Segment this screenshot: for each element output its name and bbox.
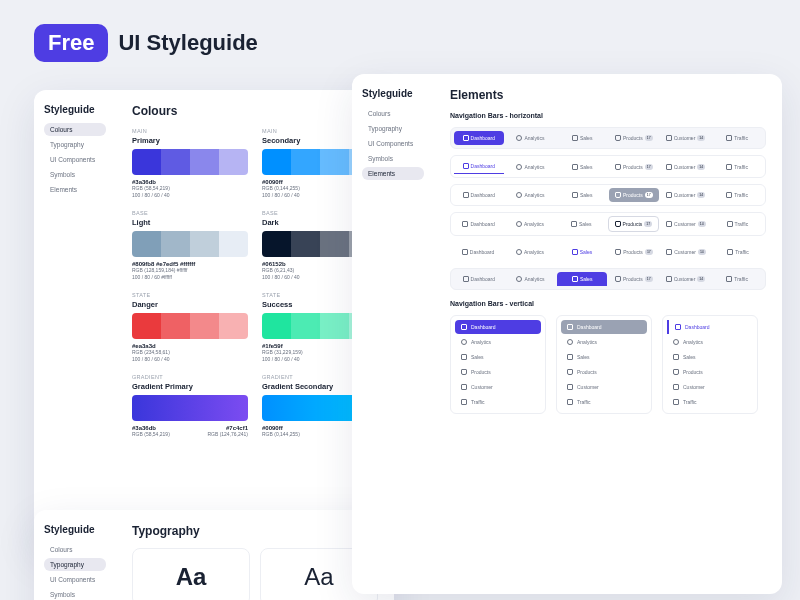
- nav-item-products[interactable]: Products17: [609, 188, 659, 202]
- vnav-item-traffic[interactable]: Traffic: [455, 395, 541, 409]
- sidebar-item-symbols[interactable]: Symbols: [44, 168, 106, 181]
- sidebar-item-symbols[interactable]: Symbols: [44, 588, 106, 600]
- nav-item-analytics[interactable]: Analytics: [506, 159, 556, 174]
- nav-icon: [567, 324, 573, 330]
- sidebar-item-symbols[interactable]: Symbols: [362, 152, 424, 165]
- nav-item-customer[interactable]: Customer14: [661, 159, 711, 174]
- vnav-item-sales[interactable]: Sales: [667, 350, 753, 364]
- nav-icon: [726, 276, 732, 282]
- sidebar-item-colours[interactable]: Colours: [362, 107, 424, 120]
- vnav-item-analytics[interactable]: Analytics: [561, 335, 647, 349]
- nav-item-products[interactable]: Products17: [609, 245, 659, 259]
- nav-item-traffic[interactable]: Traffic: [713, 216, 762, 232]
- vnav-item-products[interactable]: Products: [667, 365, 753, 379]
- vnav-item-dashboard[interactable]: Dashboard: [455, 320, 541, 334]
- sidebar: Styleguide ColoursTypographyUI Component…: [34, 510, 116, 600]
- nav-label: Dashboard: [471, 163, 495, 169]
- nav-item-customer[interactable]: Customer14: [661, 131, 711, 145]
- nav-item-products[interactable]: Products17: [609, 272, 659, 286]
- nav-item-traffic[interactable]: Traffic: [712, 272, 762, 286]
- nav-item-products[interactable]: Products17: [609, 131, 659, 145]
- sidebar-item-typography[interactable]: Typography: [44, 558, 106, 571]
- nav-item-dashboard[interactable]: Dashboard: [454, 188, 504, 202]
- nav-item-dashboard[interactable]: Dashboard: [454, 131, 504, 145]
- nav-icon: [461, 339, 467, 345]
- nav-label: Customer: [674, 276, 696, 282]
- nav-label: Dashboard: [685, 324, 709, 330]
- vnav-item-analytics[interactable]: Analytics: [455, 335, 541, 349]
- nav-item-sales[interactable]: Sales: [557, 131, 607, 145]
- nav-icon: [727, 249, 733, 255]
- nav-item-analytics[interactable]: Analytics: [506, 131, 556, 145]
- sidebar-item-colours[interactable]: Colours: [44, 543, 106, 556]
- vnav-item-sales[interactable]: Sales: [455, 350, 541, 364]
- vnav-item-products[interactable]: Products: [455, 365, 541, 379]
- nav-item-sales[interactable]: Sales: [557, 272, 607, 286]
- nav-item-products[interactable]: Products17: [609, 159, 659, 174]
- nav-item-dashboard[interactable]: Dashboard: [454, 159, 504, 174]
- nav-label: Products: [623, 164, 643, 170]
- nav-item-analytics[interactable]: Analytics: [506, 188, 556, 202]
- sidebar-item-ui-components[interactable]: UI Components: [44, 573, 106, 586]
- nav-item-traffic[interactable]: Traffic: [712, 159, 762, 174]
- sidebar-item-elements[interactable]: Elements: [44, 183, 106, 196]
- vnav-item-sales[interactable]: Sales: [561, 350, 647, 364]
- nav-icon: [673, 339, 679, 345]
- vnav-item-products[interactable]: Products: [561, 365, 647, 379]
- sidebar-item-typography[interactable]: Typography: [44, 138, 106, 151]
- nav-label: Traffic: [734, 135, 748, 141]
- nav-item-sales[interactable]: Sales: [557, 159, 607, 174]
- nav-label: Sales: [577, 354, 590, 360]
- sidebar-item-colours[interactable]: Colours: [44, 123, 106, 136]
- sidebar-item-typography[interactable]: Typography: [362, 122, 424, 135]
- nav-item-traffic[interactable]: Traffic: [712, 131, 762, 145]
- nav-icon: [571, 221, 577, 227]
- nav-item-traffic[interactable]: Traffic: [713, 245, 763, 259]
- vnav-item-customer[interactable]: Customer: [561, 380, 647, 394]
- nav-icon: [615, 249, 621, 255]
- nav-icon: [727, 221, 733, 227]
- vnav-item-dashboard[interactable]: Dashboard: [667, 320, 753, 334]
- color-primary: MAIN Primary #3a36db RGB (58,54,219) 100…: [132, 128, 248, 198]
- nav-item-customer[interactable]: Customer14: [661, 216, 711, 232]
- type-specimen: Aa: [132, 548, 250, 600]
- vnav-item-traffic[interactable]: Traffic: [667, 395, 753, 409]
- nav-label: Products: [623, 276, 643, 282]
- nav-item-sales[interactable]: Sales: [557, 245, 607, 259]
- vnav-item-traffic[interactable]: Traffic: [561, 395, 647, 409]
- vnav-item-customer[interactable]: Customer: [455, 380, 541, 394]
- nav-label: Dashboard: [470, 249, 494, 255]
- sidebar: Styleguide ColoursTypographyUI Component…: [34, 90, 116, 550]
- nav-label: Products: [623, 249, 643, 255]
- nav-item-sales[interactable]: Sales: [557, 216, 606, 232]
- nav-icon: [463, 192, 469, 198]
- nav-label: Sales: [580, 276, 593, 282]
- vnav-item-analytics[interactable]: Analytics: [667, 335, 753, 349]
- nav-item-dashboard[interactable]: Dashboard: [454, 272, 504, 286]
- color-light: BASE Light #809fb8 #e7edf5 #ffffff RGB (…: [132, 210, 248, 280]
- nav-item-analytics[interactable]: Analytics: [506, 272, 556, 286]
- nav-item-customer[interactable]: Customer14: [661, 272, 711, 286]
- navbar-horizontal: DashboardAnalyticsSalesProducts17Custome…: [450, 127, 766, 149]
- nav-item-dashboard[interactable]: Dashboard: [453, 245, 503, 259]
- sidebar-item-ui-components[interactable]: UI Components: [44, 153, 106, 166]
- sidebar-item-elements[interactable]: Elements: [362, 167, 424, 180]
- nav-label: Sales: [579, 221, 592, 227]
- nav-item-customer[interactable]: Customer14: [661, 245, 711, 259]
- nav-item-traffic[interactable]: Traffic: [712, 188, 762, 202]
- nav-icon: [567, 354, 573, 360]
- nav-icon: [666, 221, 672, 227]
- nav-item-customer[interactable]: Customer14: [661, 188, 711, 202]
- nav-item-analytics[interactable]: Analytics: [505, 245, 555, 259]
- count-badge: 14: [697, 164, 705, 170]
- nav-label: Customer: [674, 249, 696, 255]
- nav-item-dashboard[interactable]: Dashboard: [454, 216, 503, 232]
- nav-label: Sales: [580, 135, 593, 141]
- nav-item-sales[interactable]: Sales: [557, 188, 607, 202]
- vnav-item-customer[interactable]: Customer: [667, 380, 753, 394]
- nav-item-analytics[interactable]: Analytics: [505, 216, 554, 232]
- sidebar-item-ui-components[interactable]: UI Components: [362, 137, 424, 150]
- nav-label: Traffic: [734, 164, 748, 170]
- vnav-item-dashboard[interactable]: Dashboard: [561, 320, 647, 334]
- nav-item-products[interactable]: Products17: [608, 216, 659, 232]
